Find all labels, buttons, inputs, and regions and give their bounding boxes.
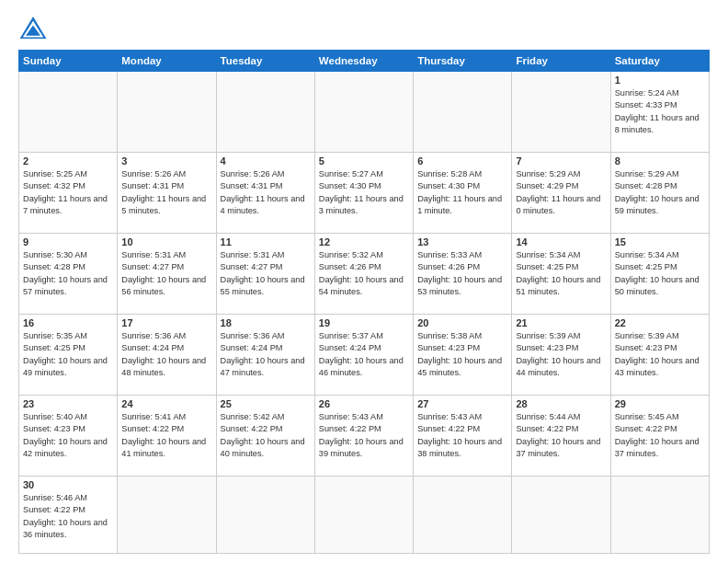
- day-info: Sunrise: 5:39 AM Sunset: 4:23 PM Dayligh…: [615, 330, 705, 379]
- day-info: Sunrise: 5:43 AM Sunset: 4:22 PM Dayligh…: [417, 411, 507, 460]
- calendar-day-cell: 13Sunrise: 5:33 AM Sunset: 4:26 PM Dayli…: [414, 234, 512, 315]
- day-info: Sunrise: 5:46 AM Sunset: 4:22 PM Dayligh…: [23, 492, 113, 541]
- day-number: 29: [615, 398, 705, 409]
- calendar-day-cell: 29Sunrise: 5:45 AM Sunset: 4:22 PM Dayli…: [610, 396, 709, 477]
- calendar-header-saturday: Saturday: [610, 51, 709, 72]
- calendar-day-cell: [610, 477, 709, 554]
- day-info: Sunrise: 5:40 AM Sunset: 4:23 PM Dayligh…: [23, 411, 113, 460]
- calendar-day-cell: [512, 72, 610, 153]
- calendar-week-row: 2Sunrise: 5:25 AM Sunset: 4:32 PM Daylig…: [19, 153, 710, 234]
- calendar-header-thursday: Thursday: [414, 51, 512, 72]
- calendar-day-cell: [118, 477, 216, 554]
- day-info: Sunrise: 5:41 AM Sunset: 4:22 PM Dayligh…: [121, 411, 211, 460]
- day-number: 20: [417, 317, 507, 328]
- calendar-day-cell: 23Sunrise: 5:40 AM Sunset: 4:23 PM Dayli…: [19, 396, 118, 477]
- day-info: Sunrise: 5:27 AM Sunset: 4:30 PM Dayligh…: [319, 168, 409, 217]
- day-number: 7: [516, 155, 606, 167]
- day-info: Sunrise: 5:25 AM Sunset: 4:32 PM Dayligh…: [23, 168, 113, 217]
- day-number: 17: [121, 317, 211, 328]
- day-number: 26: [319, 398, 409, 409]
- calendar-day-cell: 21Sunrise: 5:39 AM Sunset: 4:23 PM Dayli…: [512, 315, 610, 396]
- calendar-day-cell: 22Sunrise: 5:39 AM Sunset: 4:23 PM Dayli…: [610, 315, 709, 396]
- header: [18, 15, 710, 40]
- logo: [18, 15, 51, 40]
- day-info: Sunrise: 5:35 AM Sunset: 4:25 PM Dayligh…: [23, 330, 113, 379]
- calendar-header-wednesday: Wednesday: [314, 51, 413, 72]
- calendar-day-cell: 16Sunrise: 5:35 AM Sunset: 4:25 PM Dayli…: [19, 315, 118, 396]
- calendar-day-cell: 28Sunrise: 5:44 AM Sunset: 4:22 PM Dayli…: [512, 396, 610, 477]
- calendar-day-cell: 8Sunrise: 5:29 AM Sunset: 4:28 PM Daylig…: [610, 153, 709, 234]
- day-number: 11: [221, 236, 311, 247]
- calendar-week-row: 23Sunrise: 5:40 AM Sunset: 4:23 PM Dayli…: [19, 396, 710, 477]
- day-info: Sunrise: 5:34 AM Sunset: 4:25 PM Dayligh…: [516, 249, 606, 298]
- day-number: 13: [417, 236, 507, 247]
- calendar-day-cell: 27Sunrise: 5:43 AM Sunset: 4:22 PM Dayli…: [414, 396, 512, 477]
- calendar-day-cell: 14Sunrise: 5:34 AM Sunset: 4:25 PM Dayli…: [512, 234, 610, 315]
- calendar-day-cell: 30Sunrise: 5:46 AM Sunset: 4:22 PM Dayli…: [19, 477, 118, 554]
- day-number: 24: [121, 398, 211, 409]
- calendar-day-cell: [19, 72, 118, 153]
- day-info: Sunrise: 5:26 AM Sunset: 4:31 PM Dayligh…: [121, 168, 211, 217]
- calendar-day-cell: 19Sunrise: 5:37 AM Sunset: 4:24 PM Dayli…: [314, 315, 413, 396]
- day-number: 30: [23, 479, 113, 490]
- day-number: 23: [23, 398, 113, 409]
- calendar-day-cell: 5Sunrise: 5:27 AM Sunset: 4:30 PM Daylig…: [314, 153, 413, 234]
- day-info: Sunrise: 5:24 AM Sunset: 4:33 PM Dayligh…: [615, 87, 705, 136]
- day-number: 10: [121, 236, 211, 247]
- day-number: 5: [319, 155, 409, 167]
- calendar-header-row: SundayMondayTuesdayWednesdayThursdayFrid…: [19, 51, 710, 72]
- day-number: 1: [615, 75, 705, 86]
- day-info: Sunrise: 5:31 AM Sunset: 4:27 PM Dayligh…: [121, 249, 211, 298]
- day-number: 12: [319, 236, 409, 247]
- day-number: 8: [615, 155, 705, 167]
- day-number: 9: [23, 236, 113, 247]
- day-number: 2: [23, 155, 113, 167]
- calendar-week-row: 30Sunrise: 5:46 AM Sunset: 4:22 PM Dayli…: [19, 477, 710, 554]
- page: SundayMondayTuesdayWednesdayThursdayFrid…: [0, 0, 728, 563]
- day-info: Sunrise: 5:43 AM Sunset: 4:22 PM Dayligh…: [319, 411, 409, 460]
- calendar-week-row: 16Sunrise: 5:35 AM Sunset: 4:25 PM Dayli…: [19, 315, 710, 396]
- calendar-day-cell: 10Sunrise: 5:31 AM Sunset: 4:27 PM Dayli…: [118, 234, 216, 315]
- day-number: 14: [516, 236, 606, 247]
- day-number: 28: [516, 398, 606, 409]
- calendar-day-cell: [414, 72, 512, 153]
- calendar-day-cell: 18Sunrise: 5:36 AM Sunset: 4:24 PM Dayli…: [216, 315, 314, 396]
- calendar-header-tuesday: Tuesday: [216, 51, 314, 72]
- calendar-day-cell: 26Sunrise: 5:43 AM Sunset: 4:22 PM Dayli…: [314, 396, 413, 477]
- calendar-week-row: 9Sunrise: 5:30 AM Sunset: 4:28 PM Daylig…: [19, 234, 710, 315]
- calendar-day-cell: 9Sunrise: 5:30 AM Sunset: 4:28 PM Daylig…: [19, 234, 118, 315]
- day-info: Sunrise: 5:29 AM Sunset: 4:28 PM Dayligh…: [615, 168, 705, 217]
- day-info: Sunrise: 5:44 AM Sunset: 4:22 PM Dayligh…: [516, 411, 606, 460]
- day-number: 6: [417, 155, 507, 167]
- day-info: Sunrise: 5:36 AM Sunset: 4:24 PM Dayligh…: [121, 330, 211, 379]
- day-number: 25: [221, 398, 311, 409]
- calendar-day-cell: 6Sunrise: 5:28 AM Sunset: 4:30 PM Daylig…: [414, 153, 512, 234]
- calendar-header-friday: Friday: [512, 51, 610, 72]
- calendar-day-cell: 24Sunrise: 5:41 AM Sunset: 4:22 PM Dayli…: [118, 396, 216, 477]
- day-number: 16: [23, 317, 113, 328]
- day-number: 18: [221, 317, 311, 328]
- day-info: Sunrise: 5:30 AM Sunset: 4:28 PM Dayligh…: [23, 249, 113, 298]
- calendar-day-cell: [216, 72, 314, 153]
- day-number: 3: [121, 155, 211, 167]
- day-number: 4: [221, 155, 311, 167]
- calendar-header-monday: Monday: [118, 51, 216, 72]
- calendar-day-cell: 1Sunrise: 5:24 AM Sunset: 4:33 PM Daylig…: [610, 72, 709, 153]
- calendar-day-cell: 12Sunrise: 5:32 AM Sunset: 4:26 PM Dayli…: [314, 234, 413, 315]
- day-info: Sunrise: 5:33 AM Sunset: 4:26 PM Dayligh…: [417, 249, 507, 298]
- calendar-day-cell: 15Sunrise: 5:34 AM Sunset: 4:25 PM Dayli…: [610, 234, 709, 315]
- day-info: Sunrise: 5:31 AM Sunset: 4:27 PM Dayligh…: [221, 249, 311, 298]
- day-info: Sunrise: 5:29 AM Sunset: 4:29 PM Dayligh…: [516, 168, 606, 217]
- calendar-day-cell: 2Sunrise: 5:25 AM Sunset: 4:32 PM Daylig…: [19, 153, 118, 234]
- day-number: 27: [417, 398, 507, 409]
- day-number: 19: [319, 317, 409, 328]
- calendar-day-cell: 25Sunrise: 5:42 AM Sunset: 4:22 PM Dayli…: [216, 396, 314, 477]
- day-number: 21: [516, 317, 606, 328]
- day-info: Sunrise: 5:34 AM Sunset: 4:25 PM Dayligh…: [615, 249, 705, 298]
- calendar-day-cell: [216, 477, 314, 554]
- calendar-day-cell: 20Sunrise: 5:38 AM Sunset: 4:23 PM Dayli…: [414, 315, 512, 396]
- calendar-day-cell: 7Sunrise: 5:29 AM Sunset: 4:29 PM Daylig…: [512, 153, 610, 234]
- day-info: Sunrise: 5:42 AM Sunset: 4:22 PM Dayligh…: [221, 411, 311, 460]
- day-number: 22: [615, 317, 705, 328]
- calendar-week-row: 1Sunrise: 5:24 AM Sunset: 4:33 PM Daylig…: [19, 72, 710, 153]
